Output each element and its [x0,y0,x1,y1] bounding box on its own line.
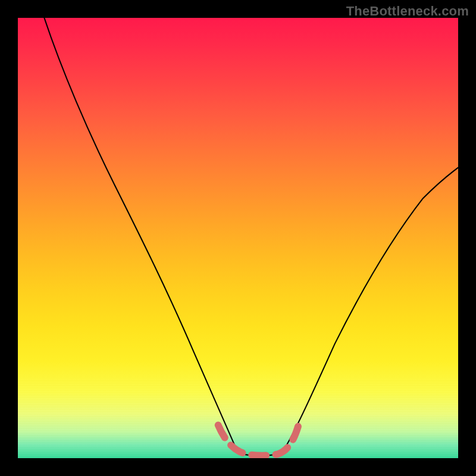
bottleneck-curve [44,18,458,456]
watermark-text: TheBottleneck.com [346,4,469,19]
optimal-zone-marker [218,421,300,455]
plot-area [18,18,458,458]
chart-frame: TheBottleneck.com [0,0,476,476]
curve-layer [18,18,458,458]
